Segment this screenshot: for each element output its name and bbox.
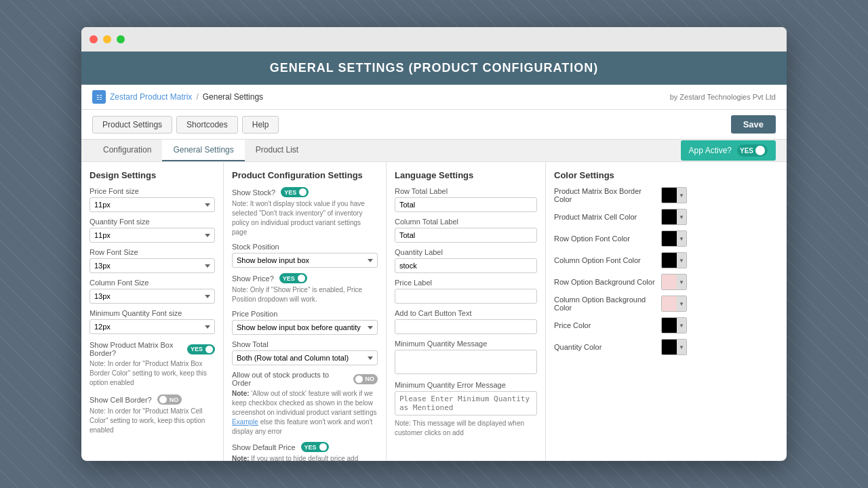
language-settings-title: Language Settings xyxy=(395,170,537,180)
tab-general-settings[interactable]: General Settings xyxy=(162,140,244,161)
show-default-price-note: Note: If you want to hide default price … xyxy=(232,454,378,461)
allow-out-of-stock-toggle[interactable]: NO xyxy=(353,374,378,384)
show-price-note: Note: Only if "Show Price" is enabled, P… xyxy=(232,285,378,304)
tab-product-list[interactable]: Product List xyxy=(245,140,309,161)
min-qty-msg-input[interactable] xyxy=(395,350,537,374)
row-font-size-select[interactable]: 13px xyxy=(90,258,215,273)
qty-color-row: Quantity Color ▼ xyxy=(554,339,687,355)
col-option-bg-color-row: Column Option Background Color ▼ xyxy=(554,296,687,312)
main-window: GENERAL SETTINGS (PRODUCT CONFIGURATION)… xyxy=(81,27,787,461)
chevron-down-icon[interactable]: ▼ xyxy=(677,318,686,333)
price-position-label: Price Position xyxy=(232,310,378,318)
show-price-toggle[interactable]: YES xyxy=(279,273,307,283)
chevron-down-icon[interactable]: ▼ xyxy=(677,274,686,289)
price-position-select[interactable]: Show below input box before quantity xyxy=(232,320,378,335)
price-color-picker[interactable]: ▼ xyxy=(661,317,687,333)
add-to-cart-input[interactable] xyxy=(395,319,537,334)
row-total-input[interactable] xyxy=(395,197,537,212)
show-stock-label: Show Stock? xyxy=(232,188,275,197)
maximize-button[interactable] xyxy=(117,35,125,43)
product-settings-button[interactable]: Product Settings xyxy=(92,116,172,134)
row-option-font-color-picker[interactable]: ▼ xyxy=(661,230,687,247)
row-font-size-label: Row Font Size xyxy=(90,248,215,256)
qty-color-label: Quantity Color xyxy=(554,343,657,351)
chevron-down-icon[interactable]: ▼ xyxy=(677,188,686,203)
app-active-yes-label: YES xyxy=(740,147,753,155)
example-link-1[interactable]: Example xyxy=(232,418,258,426)
col-font-size-label: Column Font Size xyxy=(90,279,215,287)
qty-font-size-label: Quantity Font size xyxy=(90,218,215,226)
price-color-label: Price Color xyxy=(554,321,657,329)
qty-input[interactable] xyxy=(395,258,537,273)
show-total-select[interactable]: Both (Row total and Column total) xyxy=(232,350,378,365)
tab-configuration[interactable]: Configuration xyxy=(92,140,162,161)
chevron-down-icon[interactable]: ▼ xyxy=(677,296,686,311)
col-option-bg-color-picker[interactable]: ▼ xyxy=(661,296,687,312)
show-cell-border-label: Show Cell Border? xyxy=(90,396,152,404)
stock-position-select[interactable]: Show below input box xyxy=(232,253,378,268)
save-button[interactable]: Save xyxy=(731,115,776,134)
row-option-font-color-row: Row Option Font Color ▼ xyxy=(554,230,687,247)
row-option-bg-color-row: Row Option Background Color ▼ xyxy=(554,274,687,290)
color-settings-title: Color Settings xyxy=(554,170,687,180)
price-font-size-select[interactable]: 11px xyxy=(90,197,215,212)
min-qty-error-label: Minimum Quantity Error Message xyxy=(395,381,537,389)
box-border-color-picker[interactable]: ▼ xyxy=(661,187,687,203)
help-button[interactable]: Help xyxy=(242,116,279,134)
show-stock-toggle[interactable]: YES xyxy=(281,187,309,197)
col-option-bg-color-label: Column Option Background Color xyxy=(554,296,657,312)
cell-color-picker[interactable]: ▼ xyxy=(661,209,687,225)
show-default-price-toggle[interactable]: YES xyxy=(301,442,329,452)
col-font-size-select[interactable]: 13px xyxy=(90,289,215,304)
price-label-text: Price Label xyxy=(395,279,537,287)
col-option-font-color-row: Column Option Font Color ▼ xyxy=(554,252,687,268)
show-price-label: Show Price? xyxy=(232,274,274,283)
row-option-bg-color-picker[interactable]: ▼ xyxy=(661,274,687,290)
row-total-label: Row Total Label xyxy=(395,187,537,195)
close-button[interactable] xyxy=(90,35,98,43)
show-stock-note: Note: It won't display stock value if yo… xyxy=(232,199,378,237)
col-total-input[interactable] xyxy=(395,228,537,243)
main-content: Design Settings Price Font size 11px Qua… xyxy=(81,162,787,461)
qty-label: Quantity Label xyxy=(395,248,537,256)
brand-icon: ☷ xyxy=(92,90,106,104)
box-border-color-label: Product Matrix Box Border Color xyxy=(554,187,657,203)
min-qty-font-select[interactable]: 12px xyxy=(90,319,215,334)
qty-font-size-select[interactable]: 11px xyxy=(90,228,215,243)
titlebar xyxy=(81,27,787,52)
cell-color-label: Product Matrix Cell Color xyxy=(554,213,657,221)
show-box-border-toggle[interactable]: YES xyxy=(187,344,215,354)
chevron-down-icon[interactable]: ▼ xyxy=(677,253,686,268)
toolbar: Product Settings Shortcodes Help Save xyxy=(81,110,787,140)
min-qty-font-label: Minimum Quantity Font size xyxy=(90,309,215,317)
row-option-bg-color-label: Row Option Background Color xyxy=(554,278,657,286)
qty-color-picker[interactable]: ▼ xyxy=(661,339,687,355)
breadcrumb-current: General Settings xyxy=(203,92,263,102)
product-config-section: Product Configuration Settings Show Stoc… xyxy=(224,162,387,461)
min-qty-error-input[interactable] xyxy=(395,391,537,415)
app-active-badge: App Active? YES xyxy=(681,140,776,161)
chevron-down-icon[interactable]: ▼ xyxy=(677,340,686,354)
show-cell-border-toggle[interactable]: NO xyxy=(157,394,182,405)
minimize-button[interactable] xyxy=(103,35,111,43)
language-settings-section: Language Settings Row Total Label Column… xyxy=(387,162,546,461)
show-default-price-label: Show Default Price xyxy=(232,443,296,451)
product-config-title: Product Configuration Settings xyxy=(232,170,378,180)
col-option-font-color-picker[interactable]: ▼ xyxy=(661,252,687,268)
app-active-toggle[interactable]: YES xyxy=(737,144,768,157)
brand-name[interactable]: Zestard Product Matrix xyxy=(110,92,192,102)
shortcodes-button[interactable]: Shortcodes xyxy=(176,116,238,134)
breadcrumb-bar: ☷ Zestard Product Matrix / General Setti… xyxy=(81,85,787,110)
add-to-cart-label: Add to Cart Button Text xyxy=(395,309,537,317)
allow-out-of-stock-note: Note: 'Allow out of stock' feature will … xyxy=(232,389,378,436)
min-qty-msg-label: Minimum Quantity Message xyxy=(395,340,537,348)
min-qty-error-note: Note: This message will be displayed whe… xyxy=(395,419,537,438)
chevron-down-icon[interactable]: ▼ xyxy=(677,209,686,224)
cell-color-row: Product Matrix Cell Color ▼ xyxy=(554,209,687,225)
box-border-color-row: Product Matrix Box Border Color ▼ xyxy=(554,187,687,203)
stock-position-label: Stock Position xyxy=(232,243,378,251)
byline: by Zestard Technologies Pvt Ltd xyxy=(670,93,776,101)
color-settings-section: Color Settings Product Matrix Box Border… xyxy=(546,162,695,461)
chevron-down-icon[interactable]: ▼ xyxy=(677,231,686,246)
price-label-input[interactable] xyxy=(395,289,537,304)
